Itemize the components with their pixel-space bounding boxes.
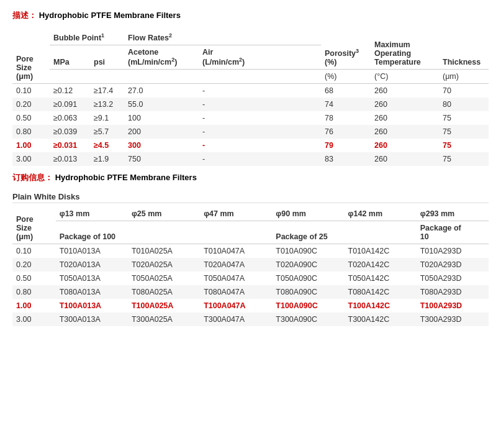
props-table-cell: -: [199, 111, 321, 125]
col-header-mpa2: [50, 70, 90, 84]
props-table-cell: 70: [439, 84, 489, 98]
col-header-acetone: Acetone(mL/min/cm2): [124, 45, 199, 70]
order-table-cell: T020A293D: [417, 258, 489, 272]
order-table-cell: T020A142C: [345, 258, 417, 272]
order-table-cell: T010A013A: [56, 244, 128, 258]
order-col-phi25: φ25 mm: [128, 207, 200, 221]
col-header-porosity: Porosity3(%): [321, 30, 371, 70]
description-label: 描述：: [12, 11, 37, 20]
props-table-cell: 68: [321, 84, 371, 98]
props-table-cell: 78: [321, 111, 371, 125]
order-table-cell: T020A013A: [56, 258, 128, 272]
col-header-acetone2: [124, 70, 199, 84]
order-table-cell: T080A047A: [200, 285, 272, 299]
order-subsection-title: Plain White Disks: [12, 192, 489, 203]
props-table-cell: ≥0.031: [50, 139, 90, 152]
col-header-pore-size: PoreSize(μm): [12, 30, 50, 84]
props-table-cell: 75: [439, 152, 489, 166]
props-table-cell: 83: [321, 152, 371, 166]
order-table-cell: 1.00: [12, 299, 56, 313]
order-table-cell: T100A025A: [128, 299, 200, 313]
order-table-cell: T050A142C: [345, 272, 417, 285]
col-header-thickness2: (μm): [439, 70, 489, 84]
props-table-cell: 3.00: [12, 152, 50, 166]
order-table-cell: T100A142C: [345, 299, 417, 313]
order-info-label: 订购信息：: [12, 173, 53, 182]
order-table-cell: T080A142C: [345, 285, 417, 299]
order-table-cell: T050A293D: [417, 272, 489, 285]
order-table-cell: T020A090C: [272, 258, 344, 272]
properties-table: PoreSize(μm) Bubble Point1 Flow Rates2 P…: [12, 30, 489, 166]
order-table-cell: T100A013A: [56, 299, 128, 313]
order-table-cell: T300A013A: [56, 313, 128, 326]
col-header-psi2: [90, 70, 124, 84]
order-table-cell: T100A293D: [417, 299, 489, 313]
col-header-max-temp: MaximumOperatingTemperature: [371, 30, 439, 70]
description-line: 描述： Hydrophobic PTFE Membrane Filters: [12, 10, 489, 21]
props-table-cell: 80: [439, 98, 489, 111]
props-table-cell: 55.0: [124, 98, 199, 111]
props-table-cell: ≥1.9: [90, 152, 124, 166]
order-table-cell: T080A090C: [272, 285, 344, 299]
props-table-cell: -: [199, 139, 321, 152]
props-table-cell: 260: [371, 139, 439, 152]
props-table-cell: ≥0.039: [50, 125, 90, 139]
props-table-cell: 100: [124, 111, 199, 125]
props-table-cell: ≥17.4: [90, 84, 124, 98]
props-table-cell: 200: [124, 125, 199, 139]
props-table-cell: 0.50: [12, 111, 50, 125]
props-table-cell: 260: [371, 111, 439, 125]
ordering-table: PoreSize(μm) φ13 mm φ25 mm φ47 mm φ90 mm…: [12, 207, 489, 326]
props-table-cell: 79: [321, 139, 371, 152]
order-table-cell: T100A047A: [200, 299, 272, 313]
props-table-cell: ≥0.091: [50, 98, 90, 111]
order-table-cell: T300A090C: [272, 313, 344, 326]
props-table-cell: 75: [439, 139, 489, 152]
props-table-cell: 27.0: [124, 84, 199, 98]
props-table-cell: 76: [321, 125, 371, 139]
props-table-cell: -: [199, 125, 321, 139]
order-col-phi142: φ142 mm: [345, 207, 417, 221]
order-table-cell: 0.10: [12, 244, 56, 258]
col-header-thickness: Thickness: [439, 30, 489, 70]
order-pkg25: Package of 25: [272, 221, 416, 244]
order-table-cell: T100A090C: [272, 299, 344, 313]
order-table-cell: T300A025A: [128, 313, 200, 326]
order-table-cell: T080A013A: [56, 285, 128, 299]
props-table-cell: -: [199, 84, 321, 98]
order-table-cell: 3.00: [12, 313, 56, 326]
order-table-cell: T080A025A: [128, 285, 200, 299]
props-table-cell: ≥13.2: [90, 98, 124, 111]
order-table-cell: T010A293D: [417, 244, 489, 258]
props-table-cell: 0.80: [12, 125, 50, 139]
col-header-air2: [199, 70, 321, 84]
order-col-phi13: φ13 mm: [56, 207, 128, 221]
props-table-cell: 260: [371, 152, 439, 166]
order-table-cell: T050A025A: [128, 272, 200, 285]
order-table-cell: T020A025A: [128, 258, 200, 272]
order-table-cell: T050A090C: [272, 272, 344, 285]
order-table-cell: T300A142C: [345, 313, 417, 326]
col-header-psi: psi: [90, 45, 124, 70]
order-table-cell: T010A047A: [200, 244, 272, 258]
col-header-flow-rates: Flow Rates2: [124, 30, 321, 45]
props-table-cell: 300: [124, 139, 199, 152]
props-table-cell: ≥5.7: [90, 125, 124, 139]
props-table-cell: ≥4.5: [90, 139, 124, 152]
order-table-cell: T010A142C: [345, 244, 417, 258]
order-col-pore-size: PoreSize(μm): [12, 207, 56, 244]
col-header-porosity2: (%): [321, 70, 371, 84]
order-table-cell: 0.80: [12, 285, 56, 299]
props-table-cell: -: [199, 152, 321, 166]
order-col-phi293: φ293 mm: [417, 207, 489, 221]
props-table-cell: 260: [371, 98, 439, 111]
props-table-cell: 74: [321, 98, 371, 111]
col-header-mpa: MPa: [50, 45, 90, 70]
order-pkg10: Package of10: [417, 221, 489, 244]
props-table-cell: 75: [439, 111, 489, 125]
order-table-cell: T050A013A: [56, 272, 128, 285]
order-table-cell: T010A025A: [128, 244, 200, 258]
col-header-maxtemp2: (°C): [371, 70, 439, 84]
props-table-cell: 750: [124, 152, 199, 166]
description-value: Hydrophobic PTFE Membrane Filters: [39, 11, 181, 20]
